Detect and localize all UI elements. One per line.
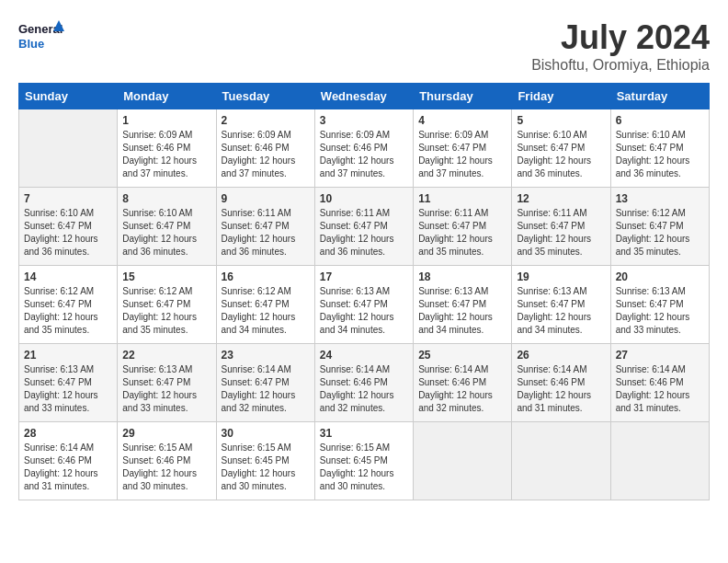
day-cell: 27Sunrise: 6:14 AM Sunset: 6:46 PM Dayli…	[610, 344, 709, 422]
day-info: Sunrise: 6:14 AM Sunset: 6:46 PM Dayligh…	[24, 442, 112, 493]
day-info: Sunrise: 6:13 AM Sunset: 6:47 PM Dayligh…	[616, 285, 704, 337]
day-number: 31	[320, 427, 408, 440]
day-number: 14	[24, 270, 112, 283]
day-info: Sunrise: 6:11 AM Sunset: 6:47 PM Dayligh…	[517, 207, 605, 259]
day-info: Sunrise: 6:10 AM Sunset: 6:47 PM Dayligh…	[24, 207, 112, 259]
week-row-2: 7Sunrise: 6:10 AM Sunset: 6:47 PM Daylig…	[19, 188, 710, 266]
calendar-table: SundayMondayTuesdayWednesdayThursdayFrid…	[18, 83, 710, 500]
day-number: 25	[418, 349, 506, 362]
day-number: 26	[517, 349, 605, 362]
day-info: Sunrise: 6:12 AM Sunset: 6:47 PM Dayligh…	[616, 207, 704, 259]
day-cell: 15Sunrise: 6:12 AM Sunset: 6:47 PM Dayli…	[118, 266, 216, 344]
day-info: Sunrise: 6:11 AM Sunset: 6:47 PM Dayligh…	[222, 207, 310, 259]
weekday-header-monday: Monday	[118, 84, 216, 109]
day-number: 2	[222, 114, 310, 127]
day-cell: 28Sunrise: 6:14 AM Sunset: 6:46 PM Dayli…	[19, 422, 118, 500]
day-cell: 4Sunrise: 6:09 AM Sunset: 6:47 PM Daylig…	[414, 109, 512, 188]
day-info: Sunrise: 6:10 AM Sunset: 6:47 PM Dayligh…	[616, 129, 704, 180]
day-number: 13	[616, 192, 704, 205]
weekday-header-row: SundayMondayTuesdayWednesdayThursdayFrid…	[19, 84, 710, 109]
day-number: 1	[122, 114, 210, 127]
day-info: Sunrise: 6:10 AM Sunset: 6:47 PM Dayligh…	[517, 129, 605, 180]
day-cell: 23Sunrise: 6:14 AM Sunset: 6:47 PM Dayli…	[216, 344, 314, 422]
weekday-header-friday: Friday	[512, 84, 610, 109]
day-number: 3	[320, 114, 408, 127]
day-number: 4	[418, 114, 506, 127]
day-cell: 7Sunrise: 6:10 AM Sunset: 6:47 PM Daylig…	[19, 188, 118, 266]
day-number: 29	[122, 427, 210, 440]
day-cell: 18Sunrise: 6:13 AM Sunset: 6:47 PM Dayli…	[414, 266, 512, 344]
day-info: Sunrise: 6:14 AM Sunset: 6:46 PM Dayligh…	[320, 363, 408, 415]
day-info: Sunrise: 6:15 AM Sunset: 6:46 PM Dayligh…	[122, 442, 210, 493]
day-number: 11	[418, 192, 506, 205]
day-info: Sunrise: 6:12 AM Sunset: 6:47 PM Dayligh…	[24, 285, 112, 337]
day-info: Sunrise: 6:13 AM Sunset: 6:47 PM Dayligh…	[517, 285, 605, 337]
day-number: 10	[320, 192, 408, 205]
day-info: Sunrise: 6:10 AM Sunset: 6:47 PM Dayligh…	[122, 207, 210, 259]
weekday-header-tuesday: Tuesday	[216, 84, 314, 109]
day-number: 17	[320, 270, 408, 283]
day-info: Sunrise: 6:14 AM Sunset: 6:46 PM Dayligh…	[616, 363, 704, 415]
day-info: Sunrise: 6:09 AM Sunset: 6:46 PM Dayligh…	[222, 129, 310, 180]
day-cell: 10Sunrise: 6:11 AM Sunset: 6:47 PM Dayli…	[314, 188, 413, 266]
day-info: Sunrise: 6:11 AM Sunset: 6:47 PM Dayligh…	[418, 207, 506, 259]
day-info: Sunrise: 6:13 AM Sunset: 6:47 PM Dayligh…	[122, 363, 210, 415]
day-cell: 21Sunrise: 6:13 AM Sunset: 6:47 PM Dayli…	[19, 344, 118, 422]
week-row-3: 14Sunrise: 6:12 AM Sunset: 6:47 PM Dayli…	[19, 266, 710, 344]
day-info: Sunrise: 6:15 AM Sunset: 6:45 PM Dayligh…	[222, 442, 310, 493]
week-row-5: 28Sunrise: 6:14 AM Sunset: 6:46 PM Dayli…	[19, 422, 710, 500]
day-info: Sunrise: 6:09 AM Sunset: 6:47 PM Dayligh…	[418, 129, 506, 180]
weekday-header-sunday: Sunday	[19, 84, 118, 109]
day-cell: 14Sunrise: 6:12 AM Sunset: 6:47 PM Dayli…	[19, 266, 118, 344]
day-cell: 20Sunrise: 6:13 AM Sunset: 6:47 PM Dayli…	[610, 266, 709, 344]
day-info: Sunrise: 6:12 AM Sunset: 6:47 PM Dayligh…	[222, 285, 310, 337]
day-info: Sunrise: 6:11 AM Sunset: 6:47 PM Dayligh…	[320, 207, 408, 259]
week-row-4: 21Sunrise: 6:13 AM Sunset: 6:47 PM Dayli…	[19, 344, 710, 422]
day-cell: 13Sunrise: 6:12 AM Sunset: 6:47 PM Dayli…	[610, 188, 709, 266]
day-cell: 19Sunrise: 6:13 AM Sunset: 6:47 PM Dayli…	[512, 266, 610, 344]
day-cell: 24Sunrise: 6:14 AM Sunset: 6:46 PM Dayli…	[314, 344, 413, 422]
day-info: Sunrise: 6:13 AM Sunset: 6:47 PM Dayligh…	[320, 285, 408, 337]
weekday-header-thursday: Thursday	[414, 84, 512, 109]
day-number: 16	[222, 270, 310, 283]
logo: General Blue	[18, 18, 64, 55]
day-info: Sunrise: 6:15 AM Sunset: 6:45 PM Dayligh…	[320, 442, 408, 493]
day-cell: 22Sunrise: 6:13 AM Sunset: 6:47 PM Dayli…	[118, 344, 216, 422]
day-cell: 25Sunrise: 6:14 AM Sunset: 6:46 PM Dayli…	[414, 344, 512, 422]
weekday-header-wednesday: Wednesday	[314, 84, 413, 109]
day-number: 21	[24, 349, 112, 362]
day-number: 7	[24, 192, 112, 205]
day-number: 8	[122, 192, 210, 205]
day-number: 22	[122, 349, 210, 362]
weekday-header-saturday: Saturday	[610, 84, 709, 109]
day-cell: 2Sunrise: 6:09 AM Sunset: 6:46 PM Daylig…	[216, 109, 314, 188]
day-cell	[512, 422, 610, 500]
day-cell: 12Sunrise: 6:11 AM Sunset: 6:47 PM Dayli…	[512, 188, 610, 266]
day-number: 5	[517, 114, 605, 127]
day-number: 12	[517, 192, 605, 205]
day-number: 20	[616, 270, 704, 283]
month-title: July 2024	[531, 18, 710, 57]
day-number: 23	[222, 349, 310, 362]
svg-text:Blue: Blue	[18, 37, 44, 51]
day-number: 6	[616, 114, 704, 127]
day-cell: 29Sunrise: 6:15 AM Sunset: 6:46 PM Dayli…	[118, 422, 216, 500]
day-cell: 16Sunrise: 6:12 AM Sunset: 6:47 PM Dayli…	[216, 266, 314, 344]
day-number: 15	[122, 270, 210, 283]
day-info: Sunrise: 6:09 AM Sunset: 6:46 PM Dayligh…	[320, 129, 408, 180]
day-cell: 8Sunrise: 6:10 AM Sunset: 6:47 PM Daylig…	[118, 188, 216, 266]
day-cell: 11Sunrise: 6:11 AM Sunset: 6:47 PM Dayli…	[414, 188, 512, 266]
day-cell	[19, 109, 118, 188]
day-cell: 6Sunrise: 6:10 AM Sunset: 6:47 PM Daylig…	[610, 109, 709, 188]
day-info: Sunrise: 6:14 AM Sunset: 6:46 PM Dayligh…	[517, 363, 605, 415]
day-number: 18	[418, 270, 506, 283]
day-cell	[610, 422, 709, 500]
day-cell: 1Sunrise: 6:09 AM Sunset: 6:46 PM Daylig…	[118, 109, 216, 188]
logo-svg: General Blue	[18, 18, 64, 55]
day-info: Sunrise: 6:12 AM Sunset: 6:47 PM Dayligh…	[122, 285, 210, 337]
title-block: July 2024 Bishoftu, Oromiya, Ethiopia	[531, 18, 710, 74]
location-title: Bishoftu, Oromiya, Ethiopia	[531, 57, 710, 74]
day-cell: 5Sunrise: 6:10 AM Sunset: 6:47 PM Daylig…	[512, 109, 610, 188]
day-cell	[414, 422, 512, 500]
day-info: Sunrise: 6:14 AM Sunset: 6:47 PM Dayligh…	[222, 363, 310, 415]
